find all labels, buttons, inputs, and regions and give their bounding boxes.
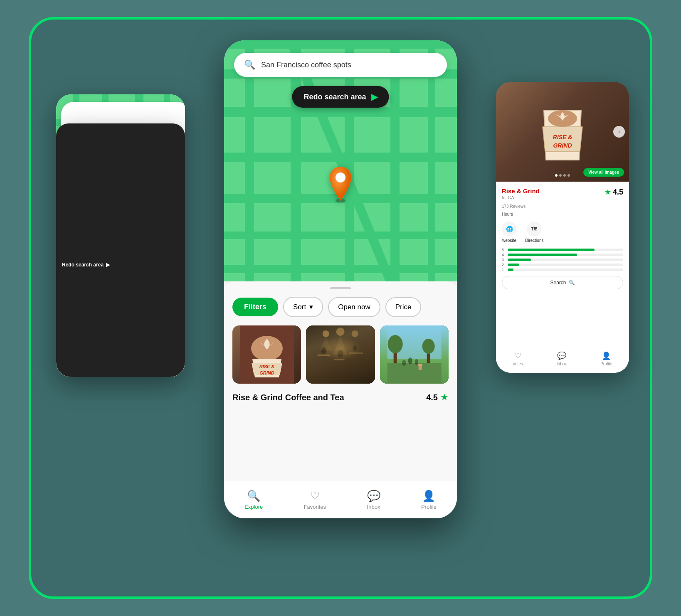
dot-1	[555, 174, 558, 177]
review-count: 173 Reviews	[502, 204, 623, 209]
profile-icon-front: 👤	[422, 490, 435, 503]
outdoor-scene-bg	[380, 325, 449, 384]
brand-area: Rise & Grind lo, CA ★ 4.5	[502, 187, 623, 200]
directions-btn[interactable]: 🗺 Directions	[525, 222, 543, 243]
star-icon: ★	[605, 187, 611, 197]
nav-favorites-right[interactable]: ♡ orites	[513, 351, 523, 366]
view-all-images-btn[interactable]: View all images	[583, 168, 624, 177]
dot-2	[559, 174, 562, 177]
heart-icon-right: ♡	[515, 351, 521, 360]
heart-icon-front: ♡	[310, 490, 320, 503]
website-label: website	[502, 238, 516, 243]
result-image-1: RISE & GRIND	[232, 325, 301, 384]
nav-inbox-front[interactable]: 💬 Inbox	[367, 490, 380, 510]
profile-icon-right: 👤	[602, 351, 611, 360]
svg-point-54	[408, 357, 412, 364]
nav-favorites-front[interactable]: ♡ Favorites	[304, 490, 326, 510]
rating-area: ★ 4.5	[605, 187, 623, 197]
coffee-photo: RISE & GRIND	[496, 82, 629, 182]
svg-point-52	[422, 339, 434, 354]
sort-btn-main[interactable]: Sort ▾	[283, 297, 323, 317]
svg-text:GRIND: GRIND	[553, 142, 572, 149]
svg-point-55	[415, 359, 418, 365]
front-phone: 🔍 San Francisco coffee spots Redo search…	[224, 40, 457, 518]
svg-rect-40	[334, 359, 345, 360]
svg-point-34	[337, 174, 344, 181]
svg-point-47	[352, 330, 358, 337]
dot-3	[563, 174, 566, 177]
result-star-icon: ★	[440, 392, 449, 403]
redo-search-btn-front[interactable]: Redo search area ▶	[292, 86, 389, 108]
business-name: Rise & Grind	[502, 187, 600, 195]
dot-4	[568, 174, 570, 177]
svg-text:RISE &: RISE &	[553, 134, 572, 140]
redo-search-btn-left[interactable]: Redo search area ▶	[56, 123, 185, 377]
svg-point-50	[387, 335, 402, 353]
photo-header: RISE & GRIND › View all images	[496, 82, 629, 182]
back-right-phone: RISE & GRIND › View all images Rise &	[496, 82, 629, 373]
directions-icon: 🗺	[527, 222, 542, 237]
back-left-phone: 🔍 San Francisco coffee spots Redo search…	[56, 94, 185, 377]
rating-bar-5: 5	[502, 248, 623, 252]
results-grid: RISE & GRIND	[224, 325, 457, 384]
result-rating-main: 4.5 ★	[426, 392, 449, 403]
app-container: 🔍 San Francisco coffee spots Redo search…	[29, 17, 652, 599]
inbox-icon-right: 💬	[557, 351, 566, 360]
nav-label-profile-right: Profile	[600, 362, 612, 366]
result-card-2[interactable]	[306, 325, 375, 384]
search-reviews-btn[interactable]: Search 🔍	[502, 276, 623, 289]
front-map: 🔍 San Francisco coffee spots Redo search…	[224, 40, 457, 281]
nav-profile-front[interactable]: 👤 Profile	[421, 490, 437, 510]
rating-bars: 5 4 3 2	[502, 248, 623, 272]
bottom-nav-front: 🔍 Explore ♡ Favorites 💬 Inbox 👤 Profile	[224, 481, 457, 518]
result-rating-num: 4.5	[426, 393, 438, 402]
hours-info: Hours	[502, 212, 623, 217]
nav-profile-right[interactable]: 👤 Profile	[600, 351, 612, 366]
svg-rect-21	[224, 107, 457, 117]
result-card-1[interactable]: RISE & GRIND	[232, 325, 301, 384]
svg-rect-58	[418, 364, 422, 366]
detail-content: Rise & Grind lo, CA ★ 4.5 173 Reviews Ho…	[496, 182, 629, 295]
svg-text:RISE &: RISE &	[259, 364, 274, 369]
svg-rect-25	[224, 265, 457, 273]
svg-text:GRIND: GRIND	[259, 370, 274, 375]
map-background-left: 🔍 San Francisco coffee spots Redo search…	[56, 94, 185, 377]
svg-rect-19	[224, 40, 457, 49]
rating-bar-4: 4	[502, 253, 623, 257]
photo-next-btn[interactable]: ›	[613, 126, 625, 138]
chevron-down-icon-main: ▾	[309, 303, 313, 311]
website-btn[interactable]: 🌐 website	[502, 222, 517, 243]
nav-explore-front[interactable]: 🔍 Explore	[244, 490, 263, 510]
main-map-pin	[326, 165, 355, 204]
svg-rect-53	[387, 363, 441, 384]
photo-dots	[555, 174, 570, 177]
profile-label-front: Profile	[421, 504, 437, 510]
navigation-arrow-icon: ▶	[371, 92, 378, 102]
search-query-front: San Francisco coffee spots	[261, 61, 351, 69]
cafe-interior-bg	[306, 325, 375, 384]
brand-name-area: Rise & Grind lo, CA	[502, 187, 600, 200]
result-card-3[interactable]	[380, 325, 449, 384]
result-name-main: Rise & Grind Coffee and Tea	[232, 393, 344, 402]
nav-label-inbox-right: Inbox	[557, 362, 567, 366]
svg-rect-24	[224, 232, 457, 239]
open-now-btn-main[interactable]: Open now	[328, 297, 380, 317]
rating-bar-3: 3	[502, 258, 623, 262]
svg-point-56	[402, 360, 406, 366]
redo-label-left: Redo search area	[62, 262, 104, 268]
sheet-handle	[330, 287, 351, 289]
filters-btn-main[interactable]: Filters	[232, 298, 278, 316]
bottom-nav-right: ♡ orites 💬 Inbox 👤 Profile	[496, 344, 629, 373]
nav-inbox-right[interactable]: 💬 Inbox	[557, 351, 567, 366]
inbox-label-front: Inbox	[367, 504, 380, 510]
svg-point-44	[353, 345, 357, 351]
website-icon: 🌐	[502, 222, 517, 237]
price-btn-main[interactable]: Price	[385, 297, 422, 317]
svg-point-46	[336, 328, 345, 336]
bottom-sheet: Filters Sort ▾ Open now Price	[224, 281, 457, 518]
svg-point-45	[323, 330, 329, 337]
nav-label-favorites-right: orites	[513, 362, 523, 366]
front-search-bar[interactable]: 🔍 San Francisco coffee spots	[234, 53, 447, 77]
explore-label-front: Explore	[244, 504, 263, 510]
result-footer: Rise & Grind Coffee and Tea 4.5 ★	[224, 392, 457, 411]
